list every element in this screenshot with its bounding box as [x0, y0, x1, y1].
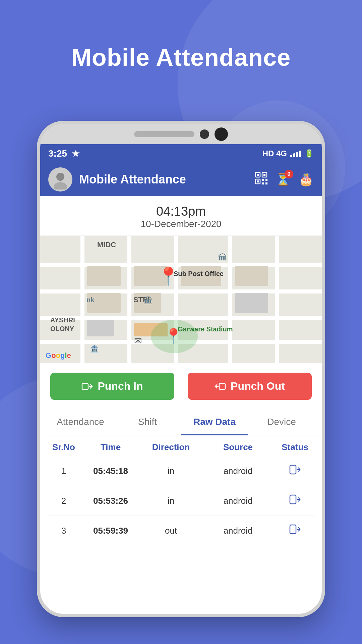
status-login-icon-2: [289, 493, 301, 505]
notification-badge: 0: [285, 170, 293, 178]
cell-sr-no-3: 3: [47, 526, 80, 536]
tab-raw-data[interactable]: Raw Data: [181, 409, 248, 435]
page-title: Mobile Attendance: [0, 44, 362, 71]
signal-bar-3: [296, 152, 298, 157]
cell-time-2: 05:53:26: [80, 496, 141, 506]
svg-rect-12: [82, 383, 88, 389]
punch-out-label: Punch Out: [231, 380, 285, 392]
cell-time-1: 05:45:18: [80, 466, 141, 476]
cell-direction-1: in: [141, 466, 201, 476]
battery-icon: 🔋: [305, 149, 314, 158]
building-icon-1: 🏛: [218, 253, 227, 264]
signal-bar-4: [299, 151, 301, 157]
svg-rect-14: [219, 383, 225, 389]
table-section: Sr.No Time Direction Source Status 1 05:…: [40, 435, 322, 545]
punch-in-button[interactable]: Punch In: [50, 373, 174, 400]
app-header-title: Mobile Attendance: [79, 172, 248, 186]
stadium-label: Garware Stadium: [178, 325, 233, 333]
svg-point-0: [56, 173, 64, 181]
cell-sr-no-2: 2: [47, 496, 80, 506]
post-office-label: Sub Post Office: [174, 270, 224, 278]
cell-source-2: android: [201, 496, 275, 506]
cell-direction-2: in: [141, 496, 201, 506]
birthday-icon[interactable]: 🎂: [299, 172, 314, 186]
header-source: Source: [201, 442, 275, 452]
status-right: HD 4G 🔋: [262, 149, 314, 158]
google-logo: Google: [46, 351, 71, 360]
ayshri-label: AYSHRIOLONY: [50, 316, 75, 333]
svg-point-1: [54, 182, 67, 190]
phone-frame: 3:25 HD 4G 🔋 Mobile Attendance: [37, 121, 325, 617]
status-login-icon-1: [289, 464, 301, 476]
road-v4: [228, 236, 232, 363]
building-icon-2: 🏛: [143, 296, 153, 307]
timer-icon[interactable]: ⏳ 0: [276, 172, 291, 186]
phone-speaker: [134, 131, 194, 137]
punch-in-icon: [81, 381, 93, 392]
cell-time-3: 05:59:39: [80, 526, 141, 536]
midc-label: MIDC: [97, 240, 116, 249]
cell-status-1[interactable]: [275, 464, 315, 478]
table-row: 3 05:59:39 out android: [47, 516, 315, 545]
svg-rect-7: [257, 180, 259, 182]
punch-in-label: Punch In: [98, 380, 143, 392]
map-block-1: [87, 266, 121, 286]
svg-rect-5: [263, 174, 265, 176]
punch-out-icon: [215, 381, 226, 392]
map-block-8: [87, 320, 114, 336]
avatar-image: [50, 169, 70, 190]
network-label: HD 4G: [262, 149, 287, 158]
svg-rect-18: [290, 495, 296, 504]
header-time: Time: [80, 442, 141, 452]
signal-bar-1: [290, 155, 292, 157]
current-time: 04:13pm: [40, 204, 322, 219]
punch-out-button[interactable]: Punch Out: [188, 373, 312, 400]
map-background: MIDC STPI AYSHRIOLONY 📍 Sub Post Office …: [40, 236, 322, 363]
table-header: Sr.No Time Direction Source Status: [47, 435, 315, 456]
app-header: Mobile Attendance ⏳ 0: [40, 163, 322, 196]
cell-source-3: android: [201, 526, 275, 536]
qr-code-icon[interactable]: [255, 172, 267, 187]
app-content: 04:13pm 10-December-2020: [40, 196, 322, 545]
svg-rect-9: [265, 179, 267, 181]
tab-device[interactable]: Device: [248, 409, 315, 435]
svg-rect-3: [257, 174, 259, 176]
star-icon: [72, 148, 79, 159]
svg-rect-20: [290, 525, 296, 534]
status-time: 3:25: [48, 148, 67, 159]
bank-label: nk: [86, 296, 94, 304]
cell-sr-no-1: 1: [47, 466, 80, 476]
cell-source-1: android: [201, 466, 275, 476]
avatar[interactable]: [48, 167, 72, 192]
datetime-section: 04:13pm 10-December-2020: [40, 196, 322, 236]
table-row: 2 05:53:26 in android: [47, 486, 315, 516]
cell-status-3[interactable]: [275, 523, 315, 538]
current-date: 10-December-2020: [40, 219, 322, 229]
front-camera-main: [215, 127, 228, 141]
signal-bar-2: [293, 153, 295, 157]
header-status: Status: [275, 442, 315, 452]
status-bar: 3:25 HD 4G 🔋: [40, 144, 322, 163]
punch-section: Punch In Punch Out: [40, 363, 322, 409]
map-block-4: [235, 266, 268, 286]
status-login-icon-3: [289, 523, 301, 535]
cell-direction-3: out: [141, 526, 201, 536]
svg-rect-8: [262, 179, 264, 181]
bank-icon: 🏦: [90, 344, 99, 353]
road-v5: [275, 236, 279, 363]
tabs-section: Attendance Shift Raw Data Device: [40, 409, 322, 435]
mail-icon: ✉: [134, 335, 142, 346]
header-direction: Direction: [141, 442, 201, 452]
svg-rect-10: [262, 182, 264, 184]
signal-bars: [290, 150, 301, 157]
tab-attendance[interactable]: Attendance: [47, 409, 114, 435]
header-sr-no: Sr.No: [47, 442, 80, 452]
road-v2: [127, 236, 131, 363]
tab-shift[interactable]: Shift: [114, 409, 181, 435]
road-v1: [80, 236, 84, 363]
header-icons: ⏳ 0 🎂: [255, 172, 314, 187]
cell-status-2[interactable]: [275, 493, 315, 508]
status-left: 3:25: [48, 148, 79, 159]
map-section: MIDC STPI AYSHRIOLONY 📍 Sub Post Office …: [40, 236, 322, 363]
map-block-7: [235, 293, 268, 313]
